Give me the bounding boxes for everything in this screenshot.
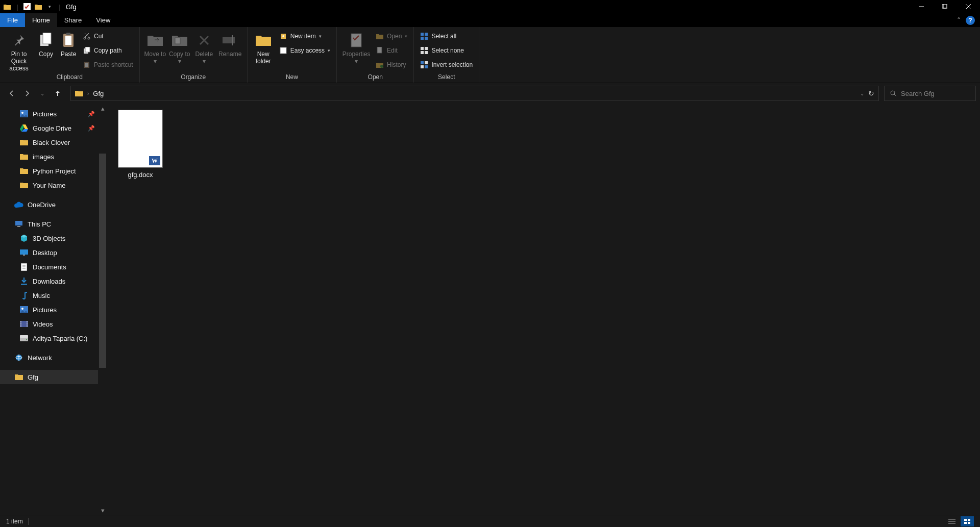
new-item-icon: ✦ (279, 32, 287, 40)
folder-icon[interactable] (34, 3, 42, 11)
large-icons-view-button[interactable] (961, 516, 974, 526)
gdrive-icon (19, 123, 29, 133)
svg-rect-16 (85, 47, 90, 52)
refresh-button[interactable]: ↻ (868, 89, 874, 97)
svg-rect-49 (23, 255, 25, 256)
tab-view[interactable]: View (89, 13, 117, 27)
select-all-button[interactable]: Select all (419, 30, 474, 42)
svg-rect-41 (425, 65, 428, 68)
rename-button[interactable]: Rename (216, 29, 244, 73)
cube-icon (19, 234, 29, 243)
tree-item-this-pc[interactable]: This PC (0, 217, 107, 231)
breadcrumb[interactable]: Gfg (93, 90, 104, 97)
scroll-up-icon[interactable]: ▴ (98, 104, 107, 113)
svg-rect-23 (232, 35, 233, 45)
history-button[interactable]: History (375, 59, 408, 71)
open-button[interactable]: Open ▾ (375, 30, 408, 42)
tab-home[interactable]: Home (25, 13, 57, 27)
svg-rect-73 (964, 519, 967, 521)
properties-icon[interactable] (23, 3, 31, 11)
select-none-icon (420, 46, 428, 55)
tree-item[interactable]: Music (0, 288, 107, 303)
tree-item[interactable]: Pictures (0, 303, 107, 317)
paste-shortcut-button[interactable]: Paste shortcut (82, 59, 134, 71)
tree-item-label: Pictures (33, 110, 57, 118)
tree-item[interactable]: Videos (0, 317, 107, 331)
ribbon-group-new: New folder ✦ New item ▾ Easy access ▾ Ne… (248, 27, 337, 83)
tree-item[interactable]: Aditya Taparia (C:) (0, 331, 107, 345)
tree-item-onedrive[interactable]: OneDrive (0, 197, 107, 212)
forward-button[interactable] (22, 89, 32, 98)
tree-item-current[interactable]: Gfg (0, 370, 107, 384)
maximize-button[interactable] (933, 0, 957, 13)
svg-text:✦: ✦ (281, 34, 285, 39)
group-label: Organize (143, 73, 244, 82)
pin-to-quick-access-button[interactable]: Pin to Quick access (3, 29, 35, 73)
search-input[interactable] (901, 90, 980, 97)
tree-item[interactable]: images (0, 149, 107, 164)
file-list[interactable]: Wgfg.docx (107, 104, 980, 515)
address-bar[interactable]: › Gfg ⌄ ↻ (70, 86, 879, 101)
tree-item[interactable]: Black Clover (0, 135, 107, 149)
address-dropdown-icon[interactable]: ⌄ (860, 91, 864, 96)
details-view-button[interactable] (945, 516, 959, 526)
scroll-down-icon[interactable]: ▾ (98, 506, 107, 515)
tree-item-network[interactable]: Network (0, 350, 107, 365)
tree-item[interactable]: Python Project (0, 164, 107, 178)
copy-path-button[interactable]: Copy path (82, 44, 134, 57)
chevron-right-icon[interactable]: › (87, 91, 89, 96)
group-label: Open (340, 73, 410, 82)
svg-point-12 (88, 37, 90, 39)
properties-icon (348, 32, 364, 48)
paste-button[interactable]: Paste (57, 29, 80, 73)
svg-rect-62 (27, 323, 28, 324)
tree-item[interactable]: 3D Objects (0, 231, 107, 245)
recent-dropdown-icon[interactable]: ⌄ (38, 89, 47, 98)
tree-item[interactable]: Downloads (0, 274, 107, 288)
tree-item[interactable]: Desktop (0, 245, 107, 260)
copy-to-button[interactable]: Copy to ▾ (167, 29, 192, 73)
easy-access-button[interactable]: Easy access ▾ (278, 44, 331, 57)
back-button[interactable] (7, 89, 16, 98)
thispc-icon (14, 219, 23, 229)
picture-icon (19, 109, 29, 118)
search-box[interactable] (884, 86, 976, 101)
collapse-ribbon-icon[interactable]: ˄ (957, 16, 961, 24)
qat-dropdown-icon[interactable]: ▾ (45, 3, 54, 11)
help-icon[interactable]: ? (966, 16, 975, 25)
tree-item-label: Your Name (33, 182, 66, 189)
file-item[interactable]: Wgfg.docx (117, 110, 163, 179)
search-icon (890, 90, 897, 97)
tree-item[interactable]: Pictures📌 (0, 107, 107, 121)
delete-button[interactable]: Delete ▾ (192, 29, 216, 73)
tab-file[interactable]: File (0, 13, 25, 27)
item-count: 1 item (6, 518, 23, 525)
close-button[interactable] (957, 0, 980, 13)
copy-to-icon (172, 32, 188, 48)
copy-button[interactable]: Copy (35, 29, 57, 73)
svg-rect-75 (964, 522, 967, 524)
tree-item[interactable]: Documents (0, 260, 107, 274)
invert-selection-button[interactable]: Invert selection (419, 59, 474, 71)
menu-bar: File Home Share View ˄ ? (0, 13, 980, 27)
svg-rect-2 (942, 4, 946, 8)
minimize-button[interactable] (910, 0, 933, 13)
tab-share[interactable]: Share (57, 13, 89, 27)
cut-button[interactable]: Cut (82, 30, 134, 42)
scroll-thumb[interactable] (99, 154, 106, 368)
tree-item[interactable]: Google Drive📌 (0, 121, 107, 135)
tree-item-label: Videos (33, 320, 53, 328)
separator: | (16, 3, 18, 11)
tree-item[interactable]: Your Name (0, 178, 107, 192)
svg-rect-9 (65, 36, 71, 45)
select-none-button[interactable]: Select none (419, 44, 474, 57)
up-button[interactable] (53, 89, 62, 98)
scrollbar[interactable]: ▴ ▾ (98, 104, 107, 515)
folder-icon (75, 90, 83, 97)
edit-button[interactable]: Edit (375, 44, 408, 57)
invert-selection-icon (420, 61, 428, 69)
new-folder-button[interactable]: New folder (251, 29, 276, 73)
move-to-button[interactable]: Move to ▾ (143, 29, 167, 73)
new-item-button[interactable]: ✦ New item ▾ (278, 30, 331, 42)
properties-button[interactable]: Properties ▾ (340, 29, 373, 73)
